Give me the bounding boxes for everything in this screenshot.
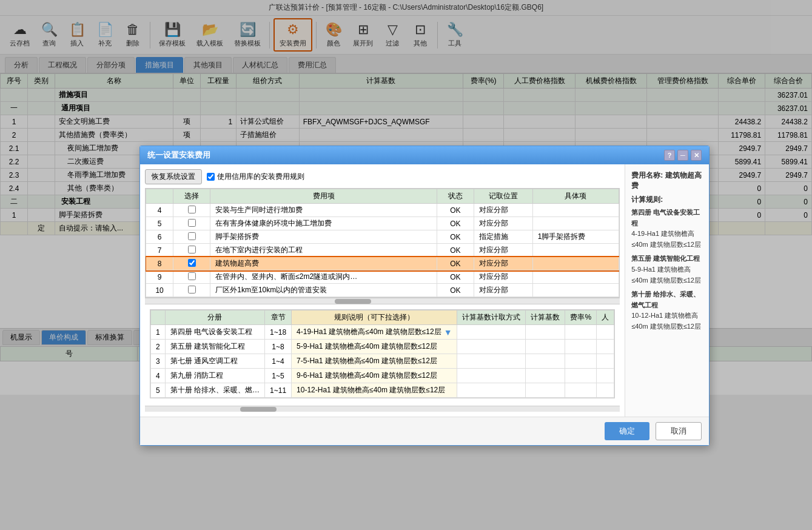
cell-status: OK — [437, 230, 474, 244]
dialog-table-row[interactable]: 7 在地下室内进行安装的工程 OK 对应分部 — [146, 244, 619, 257]
section-title-3: 第十册 给排水、采暖、燃气工程 — [631, 289, 703, 310]
cell-check[interactable] — [173, 284, 210, 297]
dialog-table-row[interactable]: 8 建筑物超高费 OK 对应分部 — [146, 257, 619, 270]
dialog: 统一设置安装费用 ? ─ ✕ 恢复系统设置 使用信用库的安装费用规则 — [139, 146, 710, 395]
cell-check[interactable] — [173, 230, 210, 244]
cell-lower-chapter: 1~5 — [265, 369, 292, 383]
dialog-lower-row[interactable]: 1 第四册 电气设备安装工程 1~18 4-19-Ha1 建筑物檐高≤40m 建… — [151, 325, 614, 340]
dialog-restore-btn[interactable]: 恢复系统设置 — [145, 169, 202, 184]
cell-lower-base — [526, 340, 565, 354]
cell-lower-num: 4 — [151, 369, 166, 383]
cell-detail — [532, 244, 619, 257]
dialog-lower-table-wrap[interactable]: 分册 章节 规则说明（可下拉选择） 计算基数计取方式 计算基数 费率% 人 1 — [150, 309, 615, 395]
dialog-lower-row[interactable]: 4 第九册 消防工程 1~5 9-6-Ha1 建筑物檐高≤40m 建筑物层数≤1… — [151, 369, 614, 383]
dialog-table-row[interactable]: 9 在管井内、竖井内、断面≤2m2隧道或洞内… OK 对应分部 — [146, 270, 619, 284]
cell-position: 指定措施 — [474, 230, 532, 244]
cell-check[interactable] — [173, 204, 210, 217]
cell-check[interactable] — [173, 257, 210, 270]
cell-row-num: 9 — [146, 270, 173, 284]
dialog-col-select: 选择 — [173, 189, 210, 204]
section-item-1-1: 4-19-Ha1 建筑物檐高≤40m 建筑物层数≤12层 — [631, 229, 703, 250]
cell-lower-chapter: 1~8 — [265, 340, 292, 354]
dialog-col-fee-item: 费用项 — [210, 189, 437, 204]
dialog-upper-table-wrap[interactable]: 选择 费用项 状态 记取位置 具体项 4 安装与生产同时进行增加费 OK 对应分… — [145, 188, 620, 298]
cell-lower-chapter: 1~18 — [265, 325, 292, 340]
cell-lower-rate — [565, 354, 597, 369]
cell-row-num: 8 — [146, 257, 173, 270]
dialog-lower-row[interactable]: 5 第十册 给排水、采暖、燃… 1~11 10-12-Ha1 建筑物檐高≤40m… — [151, 383, 614, 395]
cell-check[interactable] — [173, 244, 210, 257]
cell-row-num: 10 — [146, 284, 173, 297]
cell-row-num: 4 — [146, 204, 173, 217]
cell-row-num: 5 — [146, 217, 173, 230]
dialog-close-button[interactable]: ✕ — [691, 150, 702, 161]
cell-lower-volume: 第五册 建筑智能化工程 — [165, 340, 264, 354]
dialog-col-status: 状态 — [437, 189, 474, 204]
cell-position: 对应分部 — [474, 204, 532, 217]
dialog-help-button[interactable]: ? — [664, 150, 675, 161]
cell-status: OK — [437, 244, 474, 257]
cell-lower-base — [526, 354, 565, 369]
row-checkbox[interactable] — [188, 219, 196, 227]
cell-lower-labor — [597, 340, 614, 354]
lower-col-base: 计算基数 — [526, 310, 565, 325]
dialog-minimize-button[interactable]: ─ — [677, 150, 688, 161]
dialog-lower-row[interactable]: 2 第五册 建筑智能化工程 1~8 5-9-Ha1 建筑物檐高≤40m 建筑物层… — [151, 340, 614, 354]
dialog-upper-hscroll[interactable] — [145, 298, 620, 304]
cell-lower-volume: 第九册 消防工程 — [165, 369, 264, 383]
cell-fee-name: 安装与生产同时进行增加费 — [210, 204, 437, 217]
cell-detail — [532, 204, 619, 217]
cell-detail — [532, 257, 619, 270]
cell-lower-rule: 5-9-Ha1 建筑物檐高≤40m 建筑物层数≤12层 — [292, 340, 457, 354]
right-panel-content: 第四册 电气设备安装工程 4-19-Ha1 建筑物檐高≤40m 建筑物层数≤12… — [631, 207, 703, 332]
cell-check[interactable] — [173, 270, 210, 284]
cell-lower-num: 2 — [151, 340, 166, 354]
cell-lower-chapter: 1~11 — [265, 383, 292, 395]
lower-col-calc-method: 计算基数计取方式 — [457, 310, 526, 325]
cell-lower-base — [526, 325, 565, 340]
cell-position: 对应分部 — [474, 284, 532, 297]
cell-lower-calc-method — [457, 354, 526, 369]
cell-status: OK — [437, 284, 474, 297]
row-checkbox[interactable] — [188, 259, 196, 267]
row-checkbox[interactable] — [188, 286, 196, 294]
right-panel-fee-name-label: 费用名称: 建筑物超高费 — [631, 170, 703, 191]
cell-lower-volume: 第七册 通风空调工程 — [165, 354, 264, 369]
cell-position: 对应分部 — [474, 257, 532, 270]
cell-lower-calc-method — [457, 340, 526, 354]
dialog-table-row[interactable]: 4 安装与生产同时进行增加费 OK 对应分部 — [146, 204, 619, 217]
cell-detail: 1脚手架搭拆费 — [532, 230, 619, 244]
dialog-body: 恢复系统设置 使用信用库的安装费用规则 选择 费用项 — [140, 164, 709, 395]
row-checkbox[interactable] — [188, 206, 196, 213]
cell-status: OK — [437, 217, 474, 230]
cell-lower-labor — [597, 325, 614, 340]
right-panel-calc-rule-label: 计算规则: — [631, 195, 703, 205]
cell-detail — [532, 270, 619, 284]
dialog-lower-row[interactable]: 3 第七册 通风空调工程 1~4 7-5-Ha1 建筑物檐高≤40m 建筑物层数… — [151, 354, 614, 369]
row-checkbox[interactable] — [188, 272, 196, 280]
dialog-upper-table: 选择 费用项 状态 记取位置 具体项 4 安装与生产同时进行增加费 OK 对应分… — [146, 189, 619, 297]
dialog-use-rule-checkbox-wrap: 使用信用库的安装费用规则 — [207, 172, 304, 182]
cell-fee-name: 在管井内、竖井内、断面≤2m2隧道或洞内… — [210, 270, 437, 284]
cell-lower-calc-method — [457, 383, 526, 395]
cell-lower-rule: 7-5-Ha1 建筑物檐高≤40m 建筑物层数≤12层 — [292, 354, 457, 369]
cell-lower-base — [526, 383, 565, 395]
dialog-table-row[interactable]: 6 脚手架搭拆费 OK 指定措施 1脚手架搭拆费 — [146, 230, 619, 244]
rule-text: 9-6-Ha1 建筑物檐高≤40m 建筑物层数≤12层 — [297, 371, 437, 380]
cell-lower-labor — [597, 369, 614, 383]
dialog-title: 统一设置安装费用 — [147, 150, 210, 161]
dialog-table-row[interactable]: 10 厂区外1km至10km以内的管道安装 OK 对应分部 — [146, 284, 619, 297]
dialog-table-row[interactable]: 5 在有害身体健康的环境中施工增加费 OK 对应分部 — [146, 217, 619, 230]
dropdown-arrow-icon[interactable]: ▼ — [444, 327, 452, 337]
cell-lower-calc-method — [457, 325, 526, 340]
section-item-2-1: 5-9-Ha1 建筑物檐高≤40m 建筑物层数≤12层 — [631, 264, 703, 286]
cell-lower-rule: 4-19-Ha1 建筑物檐高≤40m 建筑物层数≤12层▼ — [292, 325, 457, 340]
dialog-use-rule-checkbox[interactable] — [207, 173, 215, 181]
cell-check[interactable] — [173, 217, 210, 230]
dialog-title-bar: 统一设置安装费用 ? ─ ✕ — [140, 146, 709, 164]
row-checkbox[interactable] — [188, 246, 196, 253]
lower-col-num — [151, 310, 166, 325]
row-checkbox[interactable] — [188, 232, 196, 240]
cell-lower-rule: 10-12-Ha1 建筑物檐高≤40m 建筑物层数≤12层 — [292, 383, 457, 395]
cell-fee-name: 在地下室内进行安装的工程 — [210, 244, 437, 257]
